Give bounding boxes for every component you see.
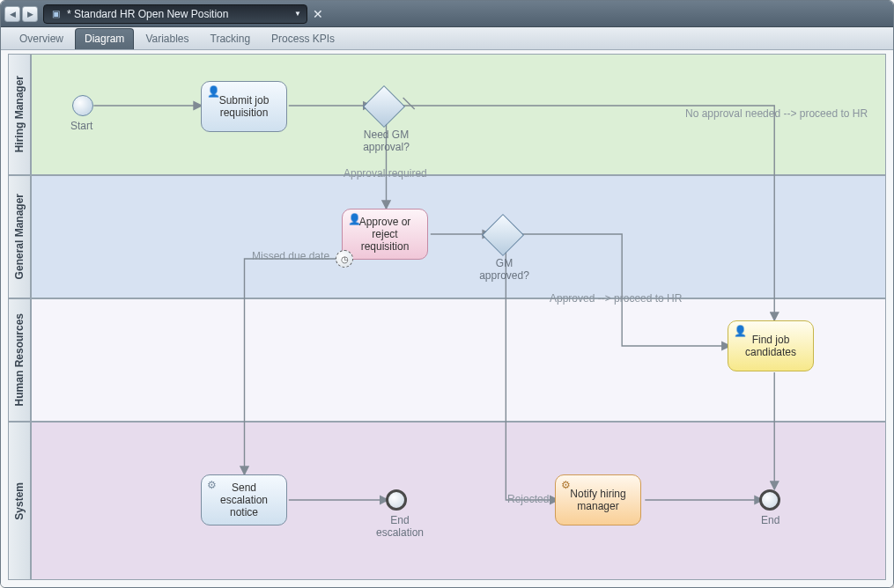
flow-arrows [32,55,885,579]
flow-label-approval-required: Approval required [344,167,427,180]
end-event-escalation[interactable] [386,489,407,511]
end-event[interactable] [759,489,780,511]
task-find-candidates[interactable]: 👤 Find job candidates [728,320,814,371]
lane-header-gm[interactable]: General Manager [9,176,32,298]
lane-header-hr[interactable]: Human Resources [9,299,32,421]
user-task-icon: 👤 [348,213,361,225]
timer-boundary-event[interactable]: ◷ [336,250,353,268]
chevron-down-icon: ▼ [294,10,301,18]
close-tab-button[interactable]: ✕ [311,7,325,21]
tab-process-kpis[interactable]: Process KPIs [262,28,344,49]
start-event-label: Start [70,120,92,132]
tab-overview[interactable]: Overview [10,28,73,49]
task-notify-hiring-manager[interactable]: ⚙ Notify hiring manager [555,474,641,526]
task-submit-requisition[interactable]: 👤 Submit job requisition [201,81,287,132]
tab-diagram[interactable]: Diagram [75,28,134,49]
flow-label-no-approval: No approval needed --> proceed to HR [685,107,868,120]
editor-subtabs: Overview Diagram Variables Tracking Proc… [1,27,893,50]
gateway-need-gm-label: Need GM approval? [358,129,415,153]
user-task-icon: 👤 [734,325,747,337]
diagram-canvas[interactable]: Start 👤 Submit job requisition Need GM a… [32,55,885,579]
task-send-escalation[interactable]: ⚙ Send escalation notice [201,474,287,526]
start-event[interactable] [72,95,93,116]
document-title: * Standard HR Open New Position [67,8,289,20]
gateway-gm-approved[interactable] [482,214,524,256]
flow-label-rejected: Rejected [507,493,549,505]
service-task-icon: ⚙ [561,479,571,491]
tab-variables[interactable]: Variables [136,28,198,49]
swimlanes: Hiring Manager General Manager Human Res… [8,54,886,580]
service-task-icon: ⚙ [207,479,217,491]
flow-label-missed-due: Missed due date [252,250,329,262]
user-task-icon: 👤 [207,85,220,98]
lane-header-hm[interactable]: Hiring Manager [9,55,32,174]
end-event-label: End [761,514,779,526]
end-escalation-label: End escalation [375,514,425,539]
process-icon: ▣ [49,8,62,20]
app-frame: ◀ ▶ ▣ * Standard HR Open New Position ▼ … [0,0,894,588]
flow-label-approved-hr: Approved --> proceed to HR [550,292,682,305]
document-tab[interactable]: ▣ * Standard HR Open New Position ▼ [43,4,307,24]
gateway-gm-approved-label: GM approved? [476,257,533,282]
editor-tabbar: ◀ ▶ ▣ * Standard HR Open New Position ▼ … [1,1,893,27]
nav-arrows: ◀ ▶ [4,6,38,22]
nav-back-button[interactable]: ◀ [4,6,20,22]
lane-header-sys[interactable]: System [9,423,32,579]
diagram-shell: Hiring Manager General Manager Human Res… [1,50,893,587]
nav-forward-button[interactable]: ▶ [22,6,38,22]
tab-tracking[interactable]: Tracking [201,28,261,49]
task-approve-reject[interactable]: 👤 Approve or reject requisition [342,209,428,260]
gateway-need-gm-approval[interactable] [363,85,405,128]
